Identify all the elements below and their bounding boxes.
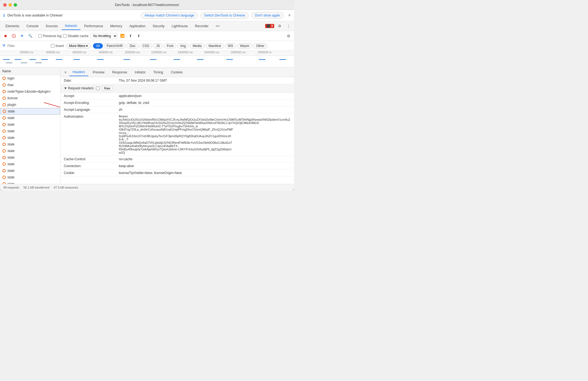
tab-network[interactable]: Network [62, 22, 80, 30]
preview-tab-label: Preview [93, 70, 105, 74]
detail-tab-headers[interactable]: Headers [69, 68, 88, 76]
filter-icon[interactable]: ▼ [19, 33, 25, 39]
tab-performance[interactable]: Performance [81, 23, 106, 30]
request-item-state-4[interactable]: state [0, 128, 60, 134]
request-item-state-12[interactable]: state [0, 181, 60, 184]
tab-lighthouse[interactable]: Lighthouse [168, 23, 191, 30]
invert-checkbox[interactable] [51, 44, 54, 48]
detail-close-button[interactable]: × [63, 70, 68, 75]
download-icon[interactable]: ⬇ [136, 33, 142, 39]
tab-memory-label: Memory [110, 24, 122, 28]
disable-cache-checkbox[interactable] [63, 34, 67, 38]
type-btn-img[interactable]: Img [177, 43, 189, 49]
dont-show-again-button[interactable]: Don't show again [251, 12, 284, 19]
request-icon-state-8 [2, 156, 6, 159]
invert-label[interactable]: Invert [51, 44, 64, 48]
always-match-language-button[interactable]: Always match Chrome's language [141, 12, 198, 19]
detail-tab-response[interactable]: Response [109, 69, 130, 76]
tl-dash [29, 59, 36, 60]
request-item-state-selected[interactable]: state [0, 108, 60, 115]
tab-sources[interactable]: Sources [42, 23, 61, 30]
preserve-log-checkbox[interactable] [38, 34, 42, 38]
detail-tab-preview[interactable]: Preview [89, 69, 108, 76]
date-value: Thu, 07 Nov 2024 09:08:17 GMT [119, 79, 291, 82]
disable-cache-label[interactable]: Disable cache [63, 34, 88, 38]
wifi-icon[interactable]: 📶 [119, 33, 126, 39]
switch-to-chinese-button[interactable]: Switch DevTools to Chinese [200, 12, 249, 19]
more-options-icon[interactable]: ⋮ [285, 23, 292, 29]
tab-application[interactable]: Application [126, 23, 149, 30]
request-item-state-5[interactable]: state [0, 134, 60, 141]
type-btn-js[interactable]: JS [153, 43, 163, 49]
type-btn-other[interactable]: Other [253, 43, 267, 49]
tab-more[interactable]: >> [212, 23, 223, 30]
tab-console[interactable]: Console [23, 23, 42, 30]
accept-encoding-key: Accept-Encoding: [64, 101, 119, 105]
type-btn-css[interactable]: CSS [139, 43, 152, 49]
tab-console-label: Console [26, 24, 39, 28]
tab-security[interactable]: Security [149, 23, 168, 30]
request-icon-state-2 [2, 116, 6, 120]
request-item-rbac[interactable]: rbac [0, 82, 60, 88]
close-button[interactable] [3, 3, 7, 7]
settings-icon[interactable]: ⚙ [276, 23, 283, 29]
request-item-state-11[interactable]: state [0, 174, 60, 181]
request-item-plugin[interactable]: plugin [0, 101, 60, 108]
request-icon-state-selected [2, 109, 6, 113]
request-item-state-7[interactable]: state [0, 148, 60, 154]
request-name-state-8: state [7, 156, 15, 159]
request-item-login[interactable]: login [0, 75, 60, 82]
tl-dash [41, 59, 48, 60]
request-item-state-8[interactable]: state [0, 154, 60, 161]
record-button[interactable]: ⏺ [2, 33, 9, 39]
request-item-state-2[interactable]: state [0, 115, 60, 121]
detail-tab-cookies[interactable]: Cookies [167, 69, 186, 76]
preserve-log-label[interactable]: Preserve log [38, 34, 61, 38]
type-btn-font[interactable]: Font [164, 43, 176, 49]
resources-size: 47.3 kB resources [54, 186, 78, 189]
minimize-button[interactable] [9, 3, 12, 7]
request-name-license: license [7, 96, 18, 100]
cookie-key: Cookie: [64, 171, 119, 175]
tick-1600k: 1600000 ms [204, 51, 219, 54]
filter-input[interactable] [7, 44, 49, 48]
request-item-license[interactable]: license [0, 95, 60, 101]
request-item-state-6[interactable]: state [0, 141, 60, 148]
tl-dash [3, 59, 10, 60]
request-name-node: node?type=1&node=&plugin= [7, 90, 51, 93]
type-btn-doc[interactable]: Doc [127, 43, 138, 49]
raw-checkbox[interactable] [96, 87, 100, 90]
tab-elements[interactable]: Elements [2, 23, 23, 30]
detail-tab-initiator[interactable]: Initiator [131, 69, 149, 76]
type-btn-wasm[interactable]: Wasm [237, 43, 252, 49]
banner-close-button[interactable]: × [288, 13, 291, 18]
tl-dash [259, 59, 265, 60]
detail-tab-timing[interactable]: Timing [150, 69, 166, 76]
type-btn-ws[interactable]: WS [225, 43, 236, 49]
tab-memory[interactable]: Memory [107, 23, 125, 30]
type-btn-manifest[interactable]: Manifest [205, 43, 224, 49]
type-btn-fetch-xhr[interactable]: Fetch/XHR [104, 43, 126, 49]
throttle-select[interactable]: No throttling [90, 33, 117, 39]
request-item-state-10[interactable]: state [0, 167, 60, 174]
cache-control-value: no-cache [119, 157, 291, 161]
more-filters-button[interactable]: More filters ▾ [66, 43, 91, 49]
raw-button[interactable]: Raw [102, 86, 113, 91]
request-item-node[interactable]: node?type=1&node=&plugin= [0, 88, 60, 95]
request-name-state-6: state [7, 142, 15, 146]
type-btn-all[interactable]: All [93, 43, 103, 49]
upload-icon[interactable]: ⬆ [127, 33, 134, 39]
maximize-button[interactable] [14, 3, 17, 7]
request-item-state-3[interactable]: state [0, 121, 60, 128]
tl-dash [123, 59, 130, 60]
request-name-state-2: state [7, 116, 15, 120]
search-button[interactable]: 🔍 [27, 33, 34, 39]
tab-recorder[interactable]: Recorder [192, 23, 212, 30]
request-item-state-9[interactable]: state [0, 161, 60, 167]
type-btn-media[interactable]: Media [189, 43, 205, 49]
cache-control-row: Cache-Control: no-cache [61, 156, 294, 163]
network-settings-icon[interactable]: ⚙ [285, 33, 292, 39]
clear-button[interactable]: 🚫 [10, 33, 17, 39]
request-name-state-7: state [7, 149, 15, 153]
request-name-state-10: state [7, 169, 15, 173]
